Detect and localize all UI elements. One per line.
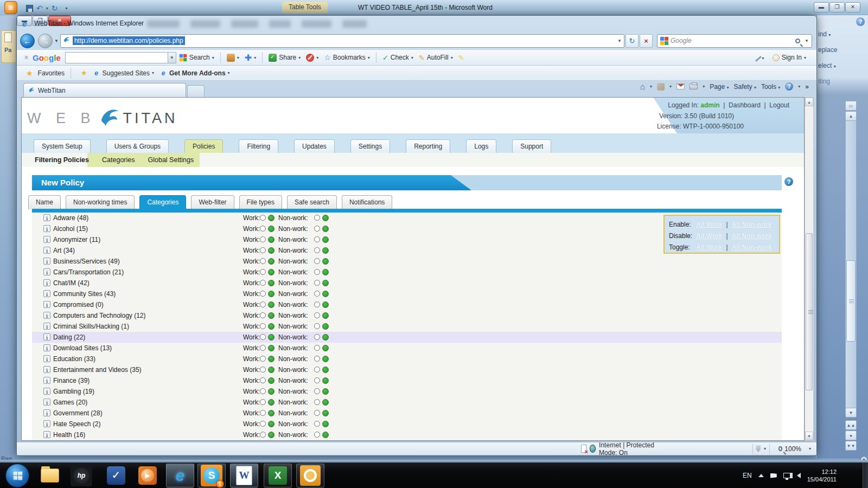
word-minimize-button[interactable]: ▬ bbox=[814, 2, 829, 12]
google-search-button[interactable]: Search▾ bbox=[176, 54, 217, 62]
suggested-sites-button[interactable]: eSuggested Sites▾ bbox=[90, 69, 157, 77]
work-block-radio[interactable] bbox=[260, 399, 266, 405]
nav-tab[interactable]: Logs bbox=[466, 139, 496, 153]
work-block-radio[interactable] bbox=[260, 432, 266, 438]
work-block-radio[interactable] bbox=[260, 312, 266, 318]
scroll-down-button[interactable]: ▼ bbox=[805, 432, 813, 440]
nonwork-block-radio[interactable] bbox=[314, 334, 320, 340]
nonwork-allow-radio[interactable] bbox=[322, 236, 329, 243]
policy-tab[interactable]: Non-working times bbox=[66, 195, 135, 209]
nonwork-block-radio[interactable] bbox=[314, 258, 320, 264]
nonwork-allow-radio[interactable] bbox=[322, 312, 329, 319]
scroll-thumb[interactable] bbox=[806, 233, 813, 390]
word-context-tab[interactable]: Table Tools bbox=[282, 2, 328, 14]
work-block-radio[interactable] bbox=[260, 334, 266, 340]
info-icon[interactable]: i bbox=[43, 214, 50, 221]
nav-tab[interactable]: Filtering bbox=[239, 139, 278, 153]
word-restore-button[interactable]: ❐ bbox=[829, 2, 845, 12]
work-block-radio[interactable] bbox=[260, 301, 266, 307]
nonwork-allow-radio[interactable] bbox=[322, 280, 329, 286]
stop-button[interactable]: × bbox=[640, 34, 653, 48]
policy-tab[interactable]: Safe search bbox=[287, 195, 337, 209]
info-icon[interactable]: i bbox=[43, 431, 50, 438]
start-button[interactable] bbox=[5, 464, 29, 487]
taskbar-explorer-button[interactable] bbox=[36, 464, 64, 487]
back-button[interactable]: ← bbox=[20, 34, 35, 48]
printer-icon[interactable] bbox=[690, 84, 698, 89]
nonwork-allow-radio[interactable] bbox=[322, 367, 329, 373]
google-toolbar-search-input[interactable] bbox=[65, 52, 168, 63]
work-allow-radio[interactable] bbox=[268, 345, 275, 351]
compatibility-view-icon[interactable] bbox=[756, 445, 761, 452]
work-allow-radio[interactable] bbox=[268, 421, 275, 427]
info-icon[interactable]: i bbox=[43, 377, 50, 384]
word-scroll-thumb[interactable] bbox=[846, 260, 856, 342]
work-block-radio[interactable] bbox=[260, 388, 266, 394]
nonwork-allow-radio[interactable] bbox=[322, 301, 329, 308]
nonwork-allow-radio[interactable] bbox=[322, 356, 329, 362]
word-browse-object-button[interactable]: ● bbox=[845, 431, 857, 440]
nonwork-block-radio[interactable] bbox=[314, 215, 320, 221]
subnav-item[interactable]: Categories bbox=[102, 156, 135, 164]
work-allow-radio[interactable] bbox=[268, 280, 275, 286]
new-tab-button[interactable] bbox=[187, 85, 205, 97]
home-icon[interactable]: ⌂ bbox=[640, 82, 645, 91]
undo-icon[interactable]: ↶ bbox=[36, 4, 43, 12]
policy-tab[interactable]: Categories bbox=[139, 195, 186, 209]
info-icon[interactable]: i bbox=[43, 268, 50, 275]
help-dropdown[interactable]: ▾ bbox=[798, 84, 800, 89]
ie-scrollbar[interactable]: ▲ ▼ bbox=[805, 97, 814, 441]
nonwork-allow-radio[interactable] bbox=[322, 247, 329, 254]
work-allow-radio[interactable] bbox=[268, 215, 275, 221]
nonwork-allow-radio[interactable] bbox=[322, 323, 329, 330]
word-scroll-down[interactable]: ▼ bbox=[845, 408, 857, 418]
safety-menu[interactable]: Safety ▾ bbox=[734, 83, 756, 91]
save-icon[interactable] bbox=[26, 5, 33, 12]
zoom-level[interactable]: 100% bbox=[784, 445, 801, 453]
nonwork-block-radio[interactable] bbox=[314, 280, 320, 286]
work-allow-radio[interactable] bbox=[268, 323, 275, 330]
work-allow-radio[interactable] bbox=[268, 291, 275, 297]
work-allow-radio[interactable] bbox=[268, 432, 275, 438]
rss-dropdown[interactable]: ▾ bbox=[669, 84, 672, 89]
work-block-radio[interactable] bbox=[260, 367, 266, 373]
nonwork-allow-radio[interactable] bbox=[322, 345, 329, 351]
work-allow-radio[interactable] bbox=[268, 410, 275, 416]
work-block-radio[interactable] bbox=[260, 377, 266, 383]
nonwork-allow-radio[interactable] bbox=[322, 334, 329, 341]
work-allow-radio[interactable] bbox=[268, 226, 275, 232]
work-block-radio[interactable] bbox=[260, 215, 266, 221]
info-icon[interactable]: i bbox=[43, 344, 50, 351]
word-replace-fragment[interactable]: eplace bbox=[818, 46, 837, 54]
get-addons-button[interactable]: eGet More Add-ons▾ bbox=[157, 69, 233, 77]
work-allow-radio[interactable] bbox=[268, 247, 275, 254]
taskbar-mediaplayer-button[interactable]: ▶ bbox=[133, 464, 162, 487]
info-icon[interactable]: i bbox=[43, 355, 50, 362]
blocked-content-icon[interactable] bbox=[581, 445, 586, 453]
print-dropdown[interactable]: ▾ bbox=[703, 84, 705, 89]
volume-icon[interactable] bbox=[797, 473, 801, 478]
nonwork-block-radio[interactable] bbox=[314, 301, 320, 307]
dashboard-link[interactable]: Dashboard bbox=[729, 101, 761, 109]
undo-dropdown[interactable]: ▾ bbox=[46, 6, 48, 11]
google-toolbar-search-dropdown[interactable]: ▼ bbox=[168, 52, 176, 63]
add-favorite-icon[interactable]: ★ bbox=[81, 69, 87, 77]
nonwork-block-radio[interactable] bbox=[314, 377, 320, 383]
info-icon[interactable]: i bbox=[43, 388, 50, 395]
action-center-flag-icon[interactable] bbox=[770, 473, 777, 478]
work-block-radio[interactable] bbox=[260, 269, 266, 275]
search-placeholder[interactable]: Google bbox=[671, 37, 692, 44]
word-next-page-button[interactable]: ▼▼ bbox=[845, 441, 857, 451]
work-allow-radio[interactable] bbox=[268, 367, 275, 373]
work-block-radio[interactable] bbox=[260, 323, 266, 329]
nonwork-allow-radio[interactable] bbox=[322, 432, 329, 438]
policy-tab[interactable]: File types bbox=[239, 195, 282, 209]
info-icon[interactable]: i bbox=[43, 399, 50, 406]
home-dropdown[interactable]: ▾ bbox=[650, 84, 652, 89]
all-nonwork-link[interactable]: All Non-work bbox=[732, 232, 772, 240]
word-scroll-up[interactable]: ▲ bbox=[845, 111, 857, 121]
taskbar-skype-button[interactable]: S1 bbox=[197, 464, 226, 487]
scroll-up-button[interactable]: ▲ bbox=[805, 98, 813, 106]
work-allow-radio[interactable] bbox=[268, 236, 275, 243]
nonwork-block-radio[interactable] bbox=[314, 399, 320, 405]
